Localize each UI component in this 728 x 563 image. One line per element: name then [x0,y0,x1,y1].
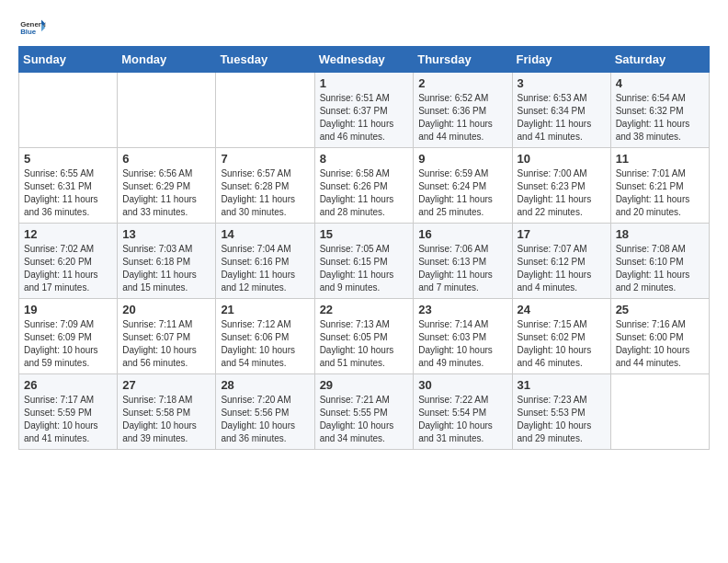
day-info: Sunrise: 6:55 AM Sunset: 6:31 PM Dayligh… [24,167,112,219]
day-info: Sunrise: 7:17 AM Sunset: 5:59 PM Dayligh… [24,394,112,445]
calendar-cell: 16Sunrise: 7:06 AM Sunset: 6:13 PM Dayli… [414,224,512,299]
day-number: 28 [221,378,309,392]
day-number: 10 [518,152,606,166]
calendar-cell: 7Sunrise: 6:57 AM Sunset: 6:28 PM Daylig… [216,148,314,224]
day-info: Sunrise: 7:18 AM Sunset: 5:58 PM Dayligh… [122,394,210,445]
day-number: 5 [24,152,112,166]
day-number: 19 [24,303,112,316]
day-info: Sunrise: 7:01 AM Sunset: 6:21 PM Dayligh… [616,167,704,219]
calendar-cell: 5Sunrise: 6:55 AM Sunset: 6:31 PM Daylig… [19,148,118,224]
day-number: 18 [616,227,704,241]
calendar-cell: 14Sunrise: 7:04 AM Sunset: 6:16 PM Dayli… [216,224,314,299]
calendar-week-row: 5Sunrise: 6:55 AM Sunset: 6:31 PM Daylig… [19,148,710,224]
calendar-cell: 13Sunrise: 7:03 AM Sunset: 6:18 PM Dayli… [118,224,216,299]
calendar-cell: 23Sunrise: 7:14 AM Sunset: 6:03 PM Dayli… [414,299,512,374]
day-number: 3 [518,76,606,90]
day-info: Sunrise: 7:09 AM Sunset: 6:09 PM Dayligh… [24,318,112,370]
day-number: 29 [320,378,409,392]
weekday-header-wednesday: Wednesday [314,47,414,73]
calendar-cell: 20Sunrise: 7:11 AM Sunset: 6:07 PM Dayli… [118,299,216,374]
calendar-cell: 10Sunrise: 7:00 AM Sunset: 6:23 PM Dayli… [512,148,610,224]
logo-icon: General Blue [18,18,46,37]
day-info: Sunrise: 7:16 AM Sunset: 6:00 PM Dayligh… [616,318,704,370]
day-info: Sunrise: 6:54 AM Sunset: 6:32 PM Dayligh… [616,92,704,144]
day-number: 17 [518,227,606,241]
day-number: 13 [122,227,210,241]
day-number: 1 [320,76,409,90]
calendar-week-row: 19Sunrise: 7:09 AM Sunset: 6:09 PM Dayli… [19,299,710,374]
day-number: 26 [24,378,112,392]
calendar-cell: 21Sunrise: 7:12 AM Sunset: 6:06 PM Dayli… [216,299,314,374]
calendar-cell [19,73,118,148]
day-number: 7 [221,152,309,166]
calendar-table: SundayMondayTuesdayWednesdayThursdayFrid… [18,46,710,450]
day-number: 6 [122,152,210,166]
calendar-cell: 17Sunrise: 7:07 AM Sunset: 6:12 PM Dayli… [512,224,610,299]
day-info: Sunrise: 6:51 AM Sunset: 6:37 PM Dayligh… [320,92,409,144]
calendar-cell: 15Sunrise: 7:05 AM Sunset: 6:15 PM Dayli… [314,224,414,299]
day-info: Sunrise: 7:08 AM Sunset: 6:10 PM Dayligh… [616,243,704,294]
weekday-header-sunday: Sunday [19,47,118,73]
calendar-cell: 22Sunrise: 7:13 AM Sunset: 6:05 PM Dayli… [314,299,414,374]
calendar-cell: 25Sunrise: 7:16 AM Sunset: 6:00 PM Dayli… [610,299,709,374]
calendar-cell: 18Sunrise: 7:08 AM Sunset: 6:10 PM Dayli… [610,224,709,299]
day-info: Sunrise: 7:02 AM Sunset: 6:20 PM Dayligh… [24,243,112,294]
calendar-cell [216,73,314,148]
day-info: Sunrise: 7:15 AM Sunset: 6:02 PM Dayligh… [518,318,606,370]
calendar-cell: 1Sunrise: 6:51 AM Sunset: 6:37 PM Daylig… [314,73,414,148]
day-info: Sunrise: 7:00 AM Sunset: 6:23 PM Dayligh… [518,167,606,219]
calendar-cell: 2Sunrise: 6:52 AM Sunset: 6:36 PM Daylig… [414,73,512,148]
calendar-week-row: 1Sunrise: 6:51 AM Sunset: 6:37 PM Daylig… [19,73,710,148]
day-number: 22 [320,303,409,316]
calendar-cell: 4Sunrise: 6:54 AM Sunset: 6:32 PM Daylig… [610,73,709,148]
day-number: 9 [418,152,506,166]
calendar-cell: 3Sunrise: 6:53 AM Sunset: 6:34 PM Daylig… [512,73,610,148]
day-number: 11 [616,152,704,166]
calendar-week-row: 26Sunrise: 7:17 AM Sunset: 5:59 PM Dayli… [19,374,710,450]
day-number: 27 [122,378,210,392]
day-info: Sunrise: 6:52 AM Sunset: 6:36 PM Dayligh… [418,92,506,144]
calendar-cell: 8Sunrise: 6:58 AM Sunset: 6:26 PM Daylig… [314,148,414,224]
day-info: Sunrise: 6:53 AM Sunset: 6:34 PM Dayligh… [518,92,606,144]
day-info: Sunrise: 7:14 AM Sunset: 6:03 PM Dayligh… [418,318,506,370]
calendar-cell: 19Sunrise: 7:09 AM Sunset: 6:09 PM Dayli… [19,299,118,374]
calendar-cell: 12Sunrise: 7:02 AM Sunset: 6:20 PM Dayli… [19,224,118,299]
calendar-cell: 27Sunrise: 7:18 AM Sunset: 5:58 PM Dayli… [118,374,216,450]
day-info: Sunrise: 7:03 AM Sunset: 6:18 PM Dayligh… [122,243,210,294]
weekday-header-tuesday: Tuesday [216,47,314,73]
day-info: Sunrise: 7:12 AM Sunset: 6:06 PM Dayligh… [221,318,309,370]
weekday-header-row: SundayMondayTuesdayWednesdayThursdayFrid… [19,47,710,73]
day-info: Sunrise: 7:05 AM Sunset: 6:15 PM Dayligh… [320,243,409,294]
day-info: Sunrise: 7:04 AM Sunset: 6:16 PM Dayligh… [221,243,309,294]
day-info: Sunrise: 7:20 AM Sunset: 5:56 PM Dayligh… [221,394,309,445]
day-number: 15 [320,227,409,241]
day-number: 4 [616,76,704,90]
day-info: Sunrise: 6:59 AM Sunset: 6:24 PM Dayligh… [418,167,506,219]
weekday-header-thursday: Thursday [414,47,512,73]
day-info: Sunrise: 7:21 AM Sunset: 5:55 PM Dayligh… [320,394,409,445]
day-info: Sunrise: 7:06 AM Sunset: 6:13 PM Dayligh… [418,243,506,294]
day-number: 12 [24,227,112,241]
day-info: Sunrise: 7:07 AM Sunset: 6:12 PM Dayligh… [518,243,606,294]
day-info: Sunrise: 7:23 AM Sunset: 5:53 PM Dayligh… [518,394,606,445]
svg-text:Blue: Blue [20,28,37,36]
day-info: Sunrise: 6:57 AM Sunset: 6:28 PM Dayligh… [221,167,309,219]
day-number: 2 [418,76,506,90]
calendar-cell: 24Sunrise: 7:15 AM Sunset: 6:02 PM Dayli… [512,299,610,374]
weekday-header-monday: Monday [118,47,216,73]
day-number: 23 [418,303,506,316]
day-info: Sunrise: 6:56 AM Sunset: 6:29 PM Dayligh… [122,167,210,219]
calendar-cell: 30Sunrise: 7:22 AM Sunset: 5:54 PM Dayli… [414,374,512,450]
logo: General Blue [18,18,46,37]
calendar-cell [610,374,709,450]
header-area: General Blue [18,18,710,37]
day-info: Sunrise: 6:58 AM Sunset: 6:26 PM Dayligh… [320,167,409,219]
day-number: 20 [122,303,210,316]
day-number: 30 [418,378,506,392]
day-number: 21 [221,303,309,316]
day-number: 8 [320,152,409,166]
weekday-header-saturday: Saturday [610,47,709,73]
day-info: Sunrise: 7:11 AM Sunset: 6:07 PM Dayligh… [122,318,210,370]
day-info: Sunrise: 7:13 AM Sunset: 6:05 PM Dayligh… [320,318,409,370]
day-number: 31 [518,378,606,392]
